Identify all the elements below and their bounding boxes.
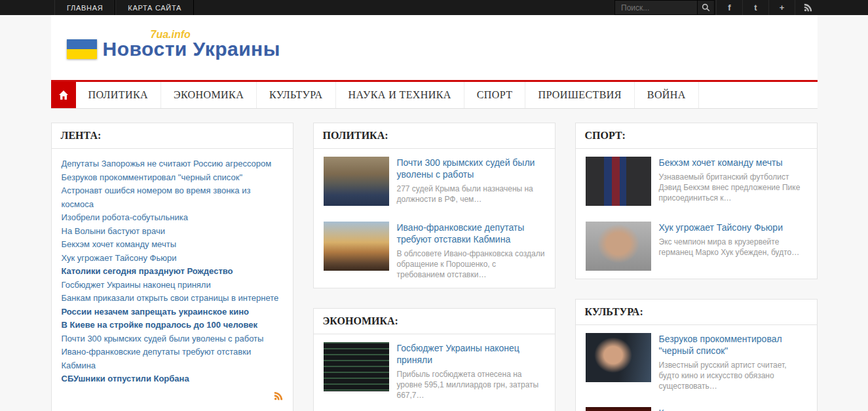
article-thumbnail[interactable] <box>586 222 651 271</box>
article-excerpt: Прибыль госбюджета отнесена на уровне 59… <box>397 369 545 401</box>
search-icon[interactable] <box>697 1 714 14</box>
content: ЛЕНТА: Депутаты Запорожья не считают Рос… <box>51 123 818 411</box>
article-thumbnail[interactable] <box>586 157 651 206</box>
culture-title: КУЛЬТУРА: <box>576 300 817 325</box>
column-middle: ПОЛИТИКА: Почти 300 крымских судей были … <box>313 123 556 411</box>
nav-item-culture[interactable]: КУЛЬТУРА <box>257 82 335 108</box>
article-title-link[interactable]: Католики сегодня празднуют Рождество <box>659 407 807 411</box>
feed-link[interactable]: В Киеве на стройке подралось до 100 чело… <box>62 319 283 332</box>
article-thumbnail[interactable] <box>324 342 389 391</box>
article-title-link[interactable]: Хук угрожает Тайсону Фьюри <box>659 222 807 233</box>
feed-box: ЛЕНТА: Депутаты Запорожья не считают Рос… <box>51 123 293 411</box>
nav-item-sport[interactable]: СПОРТ <box>464 82 526 108</box>
topbar-link-sitemap[interactable]: КАРТА САЙТА <box>115 0 194 15</box>
topbar-link-home[interactable]: ГЛАВНАЯ <box>54 0 115 15</box>
feed-link[interactable]: Депутаты Запорожья не считают Россию агр… <box>62 157 283 171</box>
site-logo[interactable]: 7ua.info Новости Украины <box>67 38 280 60</box>
article: Банкам приказали открыть свои <box>314 408 555 411</box>
sport-section: СПОРТ: Бекхэм хочет команду мечты Узнава… <box>575 123 818 279</box>
feed-link[interactable]: Бекхэм хочет команду мечты <box>62 238 283 252</box>
facebook-icon[interactable]: f <box>716 0 742 15</box>
politics-title: ПОЛИТИКА: <box>314 123 555 149</box>
site-domain: 7ua.info <box>151 29 191 41</box>
feed-link[interactable]: Изобрели робота-собутыльника <box>62 211 283 225</box>
nav-item-war[interactable]: ВОЙНА <box>635 82 699 108</box>
topbar: ГЛАВНАЯ КАРТА САЙТА f t + <box>0 0 868 15</box>
article-excerpt: 277 судей Крыма были назначены на должно… <box>397 184 545 205</box>
feed-link[interactable]: Католики сегодня празднуют Рождество <box>62 265 283 279</box>
economy-section: ЭКОНОМИКА: Госбюджет Украины наконец при… <box>313 308 556 411</box>
topbar-menu: ГЛАВНАЯ КАРТА САЙТА <box>54 0 194 15</box>
article-title-link[interactable]: Бекхэм хочет команду мечты <box>659 157 807 168</box>
search-box <box>614 0 715 15</box>
nav-item-incidents[interactable]: ПРОИШЕСТВИЯ <box>525 82 634 108</box>
ukraine-flag-icon <box>67 39 97 59</box>
article-thumbnail[interactable] <box>586 333 651 382</box>
culture-section: КУЛЬТУРА: Безруков прокомментировал "чер… <box>575 299 818 411</box>
feed-link[interactable]: Почти 300 крымских судей были уволены с … <box>62 332 283 346</box>
article-excerpt: Экс чемпион мира в крузервейте германец … <box>659 237 807 258</box>
politics-section: ПОЛИТИКА: Почти 300 крымских судей были … <box>313 123 556 288</box>
feed-footer <box>52 389 293 411</box>
article-excerpt: В облсовете Ивано-франковска создали обр… <box>397 248 545 280</box>
twitter-icon[interactable]: t <box>742 0 768 15</box>
rss-icon[interactable] <box>795 0 821 15</box>
feed-link[interactable]: Банкам приказали открыть свои страницы в… <box>62 292 283 305</box>
feed-link[interactable]: Ивано-франковские депутаты требуют отста… <box>62 345 283 372</box>
article-excerpt: Известный русский артист считает, будто … <box>659 360 807 391</box>
googleplus-icon[interactable]: + <box>768 0 795 15</box>
feed-link[interactable]: Астронавт ошибся номером во время звонка… <box>62 184 283 211</box>
search-input[interactable] <box>615 1 697 14</box>
article: Безруков прокомментировал "черный список… <box>576 325 817 399</box>
nav-item-politics[interactable]: ПОЛИТИКА <box>76 82 161 108</box>
article-title-link[interactable]: Безруков прокомментировал "черный список… <box>659 333 807 357</box>
article-title-link[interactable]: Ивано-франковские депутаты требуют отста… <box>397 222 545 245</box>
article: Ивано-франковские депутаты требуют отста… <box>314 214 555 288</box>
article: Католики сегодня празднуют Рождество <box>576 399 817 411</box>
economy-title: ЭКОНОМИКА: <box>314 309 555 334</box>
article: Почти 300 крымских судей были уволены с … <box>314 149 555 214</box>
feed-link[interactable]: Госбюджет Украины наконец приняли <box>62 279 283 292</box>
nav-item-economy[interactable]: ЭКОНОМИКА <box>161 82 257 108</box>
feed-link[interactable]: На Волыни бастуют врачи <box>62 225 283 239</box>
column-feed: ЛЕНТА: Депутаты Запорожья не считают Рос… <box>51 123 293 411</box>
feed-title: ЛЕНТА: <box>52 123 293 149</box>
article-thumbnail[interactable] <box>586 407 651 411</box>
article: Бекхэм хочет команду мечты Узнаваемый бр… <box>576 149 817 214</box>
home-icon[interactable] <box>51 82 76 108</box>
feed-link[interactable]: Безруков прокомментировал "черный список… <box>62 171 283 185</box>
feed-link[interactable]: СБУшники отпустили Корбана <box>62 372 283 386</box>
social-links: f t + <box>716 0 821 15</box>
article-thumbnail[interactable] <box>324 157 389 206</box>
feed-list: Депутаты Запорожья не считают Россию агр… <box>52 149 293 389</box>
main-nav: ПОЛИТИКА ЭКОНОМИКА КУЛЬТУРА НАУКА И ТЕХН… <box>51 82 818 109</box>
sport-title: СПОРТ: <box>576 123 817 149</box>
article: Хук угрожает Тайсону Фьюри Экс чемпион м… <box>576 214 817 279</box>
site-title: Новости Украины <box>103 38 280 60</box>
feed-link[interactable]: России незачем запрещать украинское кино <box>62 305 283 319</box>
article: Госбюджет Украины наконец приняли Прибыл… <box>314 334 555 408</box>
feed-link[interactable]: Хук угрожает Тайсону Фьюри <box>62 252 283 265</box>
topbar-right: f t + <box>614 0 821 15</box>
article-title-link[interactable]: Почти 300 крымских судей были уволены с … <box>397 157 545 180</box>
article-title-link[interactable]: Госбюджет Украины наконец приняли <box>397 342 545 366</box>
article-thumbnail[interactable] <box>324 222 389 271</box>
site-header: 7ua.info Новости Украины <box>51 15 818 80</box>
column-right: СПОРТ: Бекхэм хочет команду мечты Узнава… <box>575 123 818 411</box>
article-excerpt: Узнаваемый британский футболист Дэвид Бе… <box>659 172 807 203</box>
nav-item-science-tech[interactable]: НАУКА И ТЕХНИКА <box>336 82 464 108</box>
rss-icon[interactable] <box>274 391 283 402</box>
